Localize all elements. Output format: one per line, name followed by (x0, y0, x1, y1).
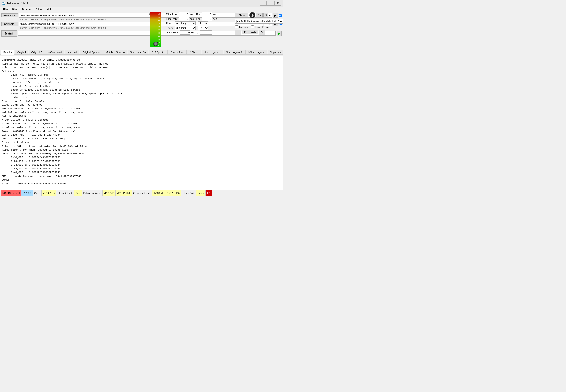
trim-front-label: Trim Front: (166, 13, 178, 16)
aa-button[interactable]: Aa (256, 13, 263, 17)
results-line: 0-20,000Hz: 0,000201874895802758° (11, 159, 281, 163)
status-diff-label: Difference (ms): (82, 190, 102, 196)
notch-hz-input[interactable] (180, 30, 190, 35)
tab-spectrum-of-delta[interactable]: Spectrum of Δ (128, 50, 149, 54)
status-diff-val: -112,7dB (102, 190, 116, 196)
status-not-bit-perfect: NOT Bit Perfect (1, 190, 21, 196)
status-clock-label: Clock Drift: (181, 190, 196, 196)
results-line: Final RMS values File 1: -10,123dB File … (2, 126, 281, 129)
notch-q-input[interactable] (200, 30, 212, 35)
results-line: 0-24,000Hz: 0,000192366636903574° (11, 163, 281, 167)
gear-button[interactable]: ⚙ (263, 13, 268, 18)
results-line: X-Correlation offset: 0 samples (2, 118, 281, 122)
tab-matched-spectra[interactable]: Matched Spectra (103, 50, 127, 54)
tab-matched[interactable]: Matched (65, 50, 79, 54)
reference-label: Reference: (1, 14, 18, 17)
vu-knob[interactable] (153, 42, 158, 46)
results-line: Correlated Null Depth=129,89dB [120,51dB… (2, 137, 281, 141)
vu-scale: 10090807060 50403020100 (157, 13, 161, 47)
trim-end2-input[interactable] (202, 17, 212, 21)
device-select-wrapper: [WASAPI] Haut-parleurs (Parallels Audio … (235, 19, 283, 25)
results-line: Spectrogram Window:Lanczos, Spectrogram … (11, 92, 281, 96)
trim-end-label: End: (196, 13, 201, 16)
trim-end2-unit: sec (213, 17, 217, 20)
status-phase-label: Phase Offset: (56, 190, 74, 196)
tab-delta-phase[interactable]: Δ Phase (187, 50, 201, 54)
app-title: DeltaWave v1.0.17 (7, 2, 28, 5)
app-icon: 🌊 (2, 1, 6, 5)
notch-hz-unit: Hz (191, 31, 194, 34)
trim-front-row2: Trim Front: sec End: sec (166, 17, 239, 21)
filter2-type-select[interactable]: LPHP (198, 26, 208, 30)
tab-original[interactable]: Original (15, 50, 29, 54)
results-line: RMS of the difference of spectra: -185,4… (2, 174, 281, 178)
invert-phase-checkbox-row: Invert Phase (251, 26, 269, 28)
tab-original-delta[interactable]: Original Δ (29, 50, 45, 54)
tabs-bar: Results Original Original Δ X-Correlated… (0, 50, 283, 55)
status-eq: EQ (206, 190, 212, 196)
menu-help[interactable]: Help (44, 8, 55, 12)
trim-front-input[interactable] (179, 12, 189, 16)
results-line: EQ FFT Size:65536, EQ Frequency Cut: 0Hz… (11, 77, 281, 81)
tab-x-correlated[interactable]: X-Correlated (45, 50, 64, 54)
results-line: Final peak values File 1: -0,045dB File … (2, 122, 281, 126)
results-line: Files are NOT a bit-perfect match (match… (2, 144, 281, 148)
show-button[interactable]: Show (235, 13, 248, 18)
status-correlated-ba-val: 120,51dBA (166, 190, 181, 196)
filter1-label: Filter 1: (166, 22, 174, 25)
move-icon[interactable]: ✛ (235, 30, 241, 35)
tab-delta-waveform[interactable]: Δ Waveform (168, 50, 187, 54)
tab-delta-of-spectra[interactable]: Δ of Spectra (149, 50, 168, 54)
tab-delta-spectrogram[interactable]: Δ Spectrogram (246, 50, 267, 54)
refresh-button[interactable]: ↻ (259, 30, 265, 35)
results-line: Upsample:False, Window:Hann (11, 84, 281, 88)
tab-spectrogram1[interactable]: Spectrogram 1 (202, 50, 223, 54)
close-button[interactable]: ✕ (274, 1, 281, 6)
filter2-value-select[interactable]: (no limit) (175, 26, 196, 30)
right-panel: Trim Front: sec End: sec Trim Front: sec… (166, 12, 239, 35)
main-content: DeltaWave v1.0.17, 2019-03-14T22:10:34.3… (0, 56, 283, 190)
status-gain-label: Gain: (33, 190, 42, 196)
tab-spectrogram2[interactable]: Spectrogram 2 (224, 50, 245, 54)
invert-phase-label: Invert Phase (255, 26, 269, 28)
results-line: 0-48,000Hz: 0,000192366636903574° (11, 170, 281, 174)
menu-process[interactable]: Process (20, 8, 34, 12)
titlebar-left: 🌊 DeltaWave v1.0.17 (2, 1, 28, 5)
status-bar: NOT Bit Perfect 89,18% Gain: -0,0001dB P… (0, 190, 283, 196)
half-icon: ◑ (251, 14, 254, 17)
menu-file[interactable]: File (1, 8, 10, 12)
titlebar-controls: — □ ✕ (260, 1, 281, 6)
results-line: Settings: (2, 70, 281, 73)
trim-end2-label: End: (196, 17, 201, 20)
tab-results[interactable]: Results (1, 50, 14, 55)
maximize-button[interactable]: □ (267, 1, 274, 6)
minimize-button[interactable]: — (260, 1, 267, 6)
menu-play[interactable]: Play (10, 8, 20, 12)
menu-view[interactable]: View (34, 8, 44, 12)
tab-cepstrum[interactable]: Cepstrum (268, 50, 283, 54)
log-axis-checkbox-row: Log axis (235, 26, 248, 28)
results-line: DeltaWave v1.0.17, 2019-03-14T22:10:34.3… (2, 58, 281, 62)
filter1-row: Filter 1: (no limit) LPHP (166, 21, 239, 26)
results-line: File 1: TEST-DJ-SOFT-ORIG.wav[L] 2678204… (2, 62, 281, 66)
device-select[interactable]: [WASAPI] Haut-parleurs (Parallels Audio … (235, 19, 283, 24)
results-line: Initial peak values File 1: -0,045dB Fil… (2, 107, 281, 111)
tab-original-spectra[interactable]: Original Spectra (80, 50, 103, 54)
trim-end-input[interactable] (202, 12, 212, 16)
reset-axis-button[interactable]: Reset Axis (242, 30, 258, 34)
trim-front2-input[interactable] (179, 17, 189, 21)
results-line: Gain= -0,0001dB (1x) Phase offset=0ms (0… (2, 129, 281, 133)
results-line: Dither:False (11, 96, 281, 99)
match-button[interactable]: Match (1, 30, 17, 37)
results-line: DONE! (2, 178, 281, 182)
trim-front-row1: Trim Front: sec End: sec (166, 12, 239, 16)
invert-phase-checkbox[interactable] (251, 26, 254, 28)
half-circle-icon[interactable]: ◑ (249, 12, 255, 18)
vu-meter: 10090807060 50403020100 (150, 12, 161, 47)
filter1-value-select[interactable]: (no limit) (175, 21, 196, 26)
far-right-panel: Show ◑ Aa ⚙ [WASAPI] Haut-parleurs (Para… (235, 12, 283, 35)
log-axis-checkbox[interactable] (235, 26, 238, 28)
results-line: Discarding: End =0s, End=0s (2, 103, 281, 107)
results-line: Correct Drift:True, Precision:30 (11, 81, 281, 84)
filter1-type-select[interactable]: LPHP (198, 21, 208, 26)
